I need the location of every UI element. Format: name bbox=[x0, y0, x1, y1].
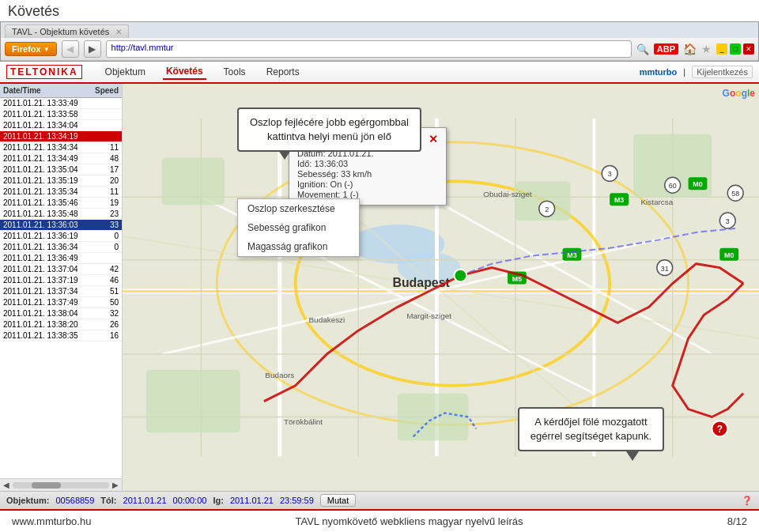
table-row[interactable]: 2011.01.21. 13:35:1920 bbox=[0, 175, 122, 187]
nav-item-kovetes[interactable]: Követés bbox=[163, 64, 206, 80]
nav-separator: | bbox=[683, 67, 685, 77]
table-row[interactable]: 2011.01.21. 13:36:190 bbox=[0, 231, 122, 242]
firefox-button[interactable]: Firefox ▼ bbox=[5, 42, 57, 56]
app-nav: TELTONIKA Objektum Követés Tools Reports… bbox=[0, 62, 759, 84]
table-row[interactable]: 2011.01.21. 13:33:58 bbox=[0, 109, 122, 120]
row-speed: 11 bbox=[91, 143, 119, 152]
page-header: Követés bbox=[0, 0, 759, 21]
logout-button[interactable]: Kijelentkezés bbox=[692, 66, 753, 78]
ido-label: Idő: bbox=[297, 159, 312, 168]
table-row[interactable]: 2011.01.21. 13:34:04 bbox=[0, 120, 122, 131]
svg-text:M0: M0 bbox=[724, 251, 734, 259]
popup-close-button[interactable]: ✕ bbox=[429, 133, 438, 145]
table-header: Date/Time Speed bbox=[0, 84, 122, 98]
table-row[interactable]: 2011.01.21. 13:35:4823 bbox=[0, 209, 122, 220]
help-icon[interactable]: ❓ bbox=[742, 496, 753, 506]
nav-item-objektum[interactable]: Objektum bbox=[102, 65, 149, 79]
star-icon[interactable]: ★ bbox=[701, 43, 712, 55]
context-menu-item-edit[interactable]: Oszlop szerkesztése bbox=[238, 199, 359, 218]
svg-rect-23 bbox=[162, 158, 225, 206]
ig-date-value: 2011.01.21 bbox=[230, 496, 274, 505]
mutat-button[interactable]: Mutat bbox=[320, 494, 357, 507]
row-speed: 48 bbox=[91, 154, 119, 163]
svg-text:3: 3 bbox=[608, 170, 612, 178]
table-row[interactable]: 2011.01.21. 13:35:4619 bbox=[0, 198, 122, 209]
table-row[interactable]: 2011.01.21. 13:37:3451 bbox=[0, 286, 122, 297]
context-menu-item-speed[interactable]: Sebesség grafikon bbox=[238, 218, 359, 237]
footer-url: www.mmturbo.hu bbox=[12, 515, 91, 527]
table-row[interactable]: 2011.01.21. 13:38:0432 bbox=[0, 308, 122, 319]
svg-text:3: 3 bbox=[726, 217, 730, 225]
row-speed: 50 bbox=[91, 298, 119, 307]
row-speed: 46 bbox=[91, 276, 119, 285]
popup-sebesseg: Sebesség: 33 km/h bbox=[297, 169, 438, 179]
scroll-right-icon[interactable]: ▶ bbox=[112, 481, 119, 489]
svg-rect-27 bbox=[398, 394, 468, 441]
page-footer: www.mmturbo.hu TAVL nyomkövető webkliens… bbox=[0, 509, 759, 532]
table-row[interactable]: 2011.01.21. 13:37:4950 bbox=[0, 297, 122, 308]
row-datetime: 2011.01.21. 13:36:34 bbox=[3, 243, 91, 251]
row-datetime: 2011.01.21. 13:37:49 bbox=[3, 298, 91, 307]
table-row[interactable]: 2011.01.21. 13:35:0417 bbox=[0, 164, 122, 175]
table-row[interactable]: 2011.01.21. 13:36:340 bbox=[0, 242, 122, 253]
table-row[interactable]: 2011.01.21. 13:36:0333 bbox=[0, 220, 122, 231]
browser-tabs: TAVL - Objektum követés ✕ bbox=[1, 22, 758, 38]
table-row[interactable]: 2011.01.21. 13:38:2026 bbox=[0, 319, 122, 330]
sebesseg-label: Sebesség: bbox=[297, 169, 338, 179]
tab-close-icon[interactable]: ✕ bbox=[115, 28, 122, 36]
popup-ignition: Ignition: On (-) bbox=[297, 179, 438, 189]
context-menu-item-altitude[interactable]: Magasság grafikon bbox=[238, 237, 359, 256]
row-speed: 0 bbox=[91, 243, 119, 251]
bottom-callout-arrow bbox=[626, 451, 639, 461]
row-datetime: 2011.01.21. 13:33:58 bbox=[3, 110, 91, 119]
map-area[interactable]: Budapest Obudai-sziget Margit-sziget Bud… bbox=[123, 84, 759, 491]
nav-item-tools[interactable]: Tools bbox=[221, 65, 249, 79]
left-panel: Date/Time Speed 2011.01.21. 13:33:492011… bbox=[0, 84, 123, 491]
table-row[interactable]: 2011.01.21. 13:35:3411 bbox=[0, 187, 122, 198]
maximize-icon[interactable]: □ bbox=[730, 43, 741, 55]
table-row[interactable]: 2011.01.21. 13:33:49 bbox=[0, 98, 122, 109]
svg-point-45 bbox=[454, 270, 466, 282]
scroll-track[interactable] bbox=[13, 482, 109, 489]
page-wrapper: Követés TAVL - Objektum követés ✕ Firefo… bbox=[0, 0, 759, 532]
row-speed: 11 bbox=[91, 187, 119, 196]
browser-tab[interactable]: TAVL - Objektum követés ✕ bbox=[5, 25, 129, 38]
row-speed: 19 bbox=[91, 198, 119, 207]
back-button[interactable]: ◀ bbox=[62, 40, 79, 58]
scroll-left-icon[interactable]: ◀ bbox=[3, 481, 9, 489]
ignition-label: Ignition: bbox=[297, 179, 328, 189]
table-body[interactable]: 2011.01.21. 13:33:492011.01.21. 13:33:58… bbox=[0, 98, 122, 478]
home-icon[interactable]: 🏠 bbox=[683, 43, 697, 55]
table-scroll[interactable]: ◀ ▶ bbox=[0, 478, 122, 491]
ido-value: 13:36:03 bbox=[314, 159, 348, 168]
tol-label: Tól: bbox=[100, 496, 116, 505]
firefox-arrow-icon: ▼ bbox=[43, 46, 50, 53]
row-speed: 17 bbox=[91, 165, 119, 174]
table-row[interactable]: 2011.01.21. 13:38:3516 bbox=[0, 330, 122, 341]
tab-label: TAVL - Objektum követés bbox=[12, 27, 109, 36]
svg-text:Törökbálint: Törökbálint bbox=[284, 417, 323, 426]
row-speed bbox=[91, 121, 119, 130]
close-icon[interactable]: ✕ bbox=[743, 43, 754, 55]
nav-item-reports[interactable]: Reports bbox=[263, 65, 303, 79]
table-row[interactable]: 2011.01.21. 13:34:4948 bbox=[0, 153, 122, 164]
address-bar[interactable]: http://tavl.mmtur bbox=[106, 40, 632, 58]
row-datetime: 2011.01.21. 13:37:34 bbox=[3, 287, 91, 296]
row-datetime: 2011.01.21. 13:38:20 bbox=[3, 320, 91, 329]
bottom-callout: A kérdőjel fölé mozgatott egérrel segíts… bbox=[518, 407, 664, 451]
minimize-icon[interactable]: _ bbox=[716, 43, 727, 55]
row-datetime: 2011.01.21. 13:37:19 bbox=[3, 276, 91, 285]
main-content: Date/Time Speed 2011.01.21. 13:33:492011… bbox=[0, 84, 759, 491]
table-row[interactable]: 2011.01.21. 13:37:1946 bbox=[0, 275, 122, 286]
table-row[interactable]: 2011.01.21. 13:34:3411 bbox=[0, 142, 122, 153]
objektum-label: Objektum: bbox=[6, 496, 49, 505]
table-row[interactable]: 2011.01.21. 13:36:49 bbox=[0, 253, 122, 264]
forward-button[interactable]: ▶ bbox=[84, 40, 101, 58]
row-speed bbox=[91, 254, 119, 262]
scroll-thumb[interactable] bbox=[32, 482, 61, 489]
table-row[interactable]: 2011.01.21. 13:34:19 bbox=[0, 131, 122, 142]
bottom-callout-line2: egérrel segítséget kapunk. bbox=[531, 429, 651, 443]
svg-text:M3: M3 bbox=[614, 196, 624, 204]
table-row[interactable]: 2011.01.21. 13:37:0442 bbox=[0, 264, 122, 275]
svg-text:Margit-sziget: Margit-sziget bbox=[406, 311, 451, 320]
